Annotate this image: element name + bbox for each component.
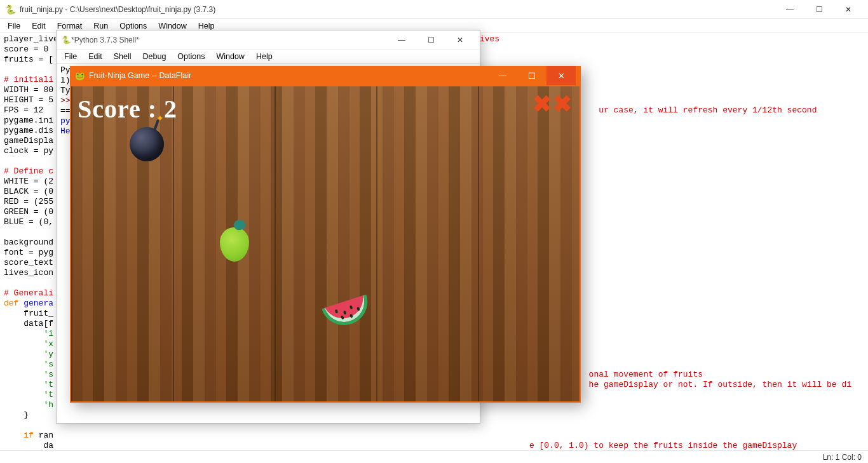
menu-edit[interactable]: Edit bbox=[27, 20, 51, 32]
minimize-button[interactable]: — bbox=[387, 30, 416, 50]
game-title: Fruit-Ninja Game -- DataFlair bbox=[89, 71, 488, 80]
minimize-button[interactable]: — bbox=[488, 66, 517, 85]
maximize-button[interactable]: ☐ bbox=[517, 66, 546, 85]
cursor-position: Ln: 1 Col: 0 bbox=[823, 453, 862, 462]
window-controls: — ☐ ✕ bbox=[775, 0, 863, 19]
life-lost-icon: ✖ bbox=[532, 93, 552, 116]
life-lost-icon: ✖ bbox=[553, 93, 572, 116]
close-button[interactable]: ✕ bbox=[445, 30, 475, 50]
menu-debug[interactable]: Debug bbox=[138, 51, 172, 62]
bomb-sprite[interactable] bbox=[130, 127, 164, 161]
guava-sprite[interactable] bbox=[220, 227, 249, 262]
close-button[interactable]: ✕ bbox=[834, 0, 863, 19]
game-canvas[interactable]: Score : 2 ✖ ✖ bbox=[70, 85, 581, 403]
game-titlebar[interactable]: 🐸 Fruit-Ninja Game -- DataFlair — ☐ ✕ bbox=[70, 66, 581, 85]
window-controls: — ☐ ✕ bbox=[488, 66, 576, 85]
lives-indicator: ✖ ✖ bbox=[532, 93, 572, 116]
menu-help[interactable]: Help bbox=[251, 51, 278, 62]
game-window: 🐸 Fruit-Ninja Game -- DataFlair — ☐ ✕ Sc… bbox=[70, 66, 581, 403]
menu-shell[interactable]: Shell bbox=[109, 51, 137, 62]
window-controls: — ☐ ✕ bbox=[387, 30, 475, 50]
shell-menubar: File Edit Shell Debug Options Window Hel… bbox=[57, 50, 480, 64]
menu-edit[interactable]: Edit bbox=[83, 51, 107, 62]
python-icon: 🐍 bbox=[62, 36, 71, 44]
menu-options[interactable]: Options bbox=[172, 51, 210, 62]
python-icon: 🐍 bbox=[5, 4, 16, 15]
close-button[interactable]: ✕ bbox=[546, 66, 576, 85]
game-icon: 🐸 bbox=[75, 71, 85, 81]
menu-window[interactable]: Window bbox=[211, 51, 249, 62]
maximize-button[interactable]: ☐ bbox=[804, 0, 834, 19]
maximize-button[interactable]: ☐ bbox=[416, 30, 445, 50]
idle-statusbar: Ln: 1 Col: 0 bbox=[0, 450, 868, 463]
menu-file[interactable]: File bbox=[3, 20, 25, 32]
shell-title: *Python 3.7.3 Shell* bbox=[71, 36, 387, 44]
idle-titlebar[interactable]: 🐍 fruit_ninja.py - C:\Users\next\Desktop… bbox=[0, 0, 868, 19]
score-label: Score : bbox=[78, 95, 164, 123]
idle-title: fruit_ninja.py - C:\Users\next\Desktop\f… bbox=[20, 5, 775, 14]
minimize-button[interactable]: — bbox=[775, 0, 804, 19]
score-value: 2 bbox=[164, 95, 177, 123]
shell-titlebar[interactable]: 🐍 *Python 3.7.3 Shell* — ☐ ✕ bbox=[57, 30, 480, 50]
watermelon-sprite[interactable] bbox=[322, 294, 374, 331]
menu-file[interactable]: File bbox=[59, 51, 82, 62]
